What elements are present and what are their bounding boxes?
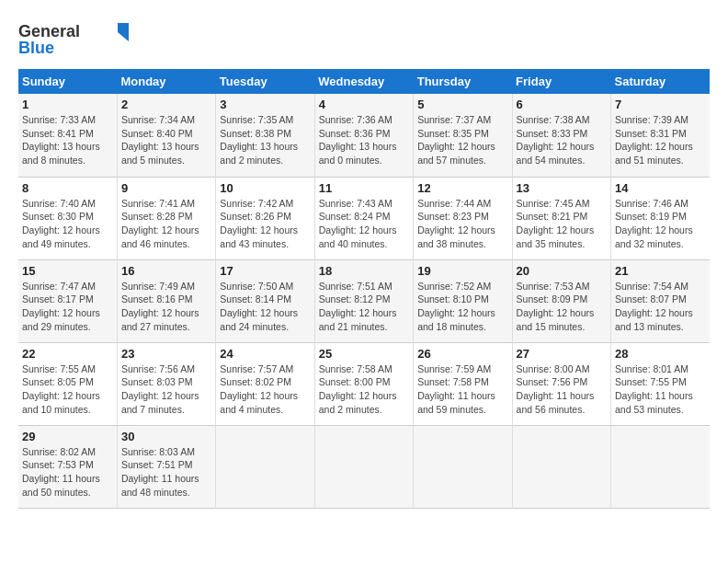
calendar-cell	[611, 425, 710, 508]
calendar-cell: 29Sunrise: 8:02 AMSunset: 7:53 PMDayligh…	[18, 425, 117, 508]
calendar-header: SundayMondayTuesdayWednesdayThursdayFrid…	[18, 69, 710, 94]
calendar-cell: 13Sunrise: 7:45 AMSunset: 8:21 PMDayligh…	[512, 177, 610, 259]
calendar-week-3: 15Sunrise: 7:47 AMSunset: 8:17 PMDayligh…	[18, 259, 710, 342]
day-info: Sunrise: 7:54 AMSunset: 8:07 PMDaylight:…	[615, 280, 706, 334]
calendar-cell	[314, 425, 413, 508]
calendar-cell: 7Sunrise: 7:39 AMSunset: 8:31 PMDaylight…	[611, 94, 710, 177]
day-info: Sunrise: 7:53 AMSunset: 8:09 PMDaylight:…	[517, 280, 607, 334]
header-day-wednesday: Wednesday	[314, 69, 413, 94]
logo-svg: General Blue	[18, 18, 129, 60]
calendar-cell: 17Sunrise: 7:50 AMSunset: 8:14 PMDayligh…	[216, 259, 314, 342]
day-number: 16	[121, 264, 211, 278]
calendar-body: 1Sunrise: 7:33 AMSunset: 8:41 PMDaylight…	[18, 94, 710, 508]
day-info: Sunrise: 8:03 AMSunset: 7:51 PMDaylight:…	[121, 445, 211, 500]
day-info: Sunrise: 7:42 AMSunset: 8:26 PMDaylight:…	[220, 197, 310, 251]
calendar-cell: 27Sunrise: 8:00 AMSunset: 7:56 PMDayligh…	[512, 342, 610, 425]
day-info: Sunrise: 7:38 AMSunset: 8:33 PMDaylight:…	[517, 113, 607, 167]
calendar-cell: 21Sunrise: 7:54 AMSunset: 8:07 PMDayligh…	[611, 259, 710, 342]
day-number: 25	[319, 347, 409, 361]
calendar-cell: 15Sunrise: 7:47 AMSunset: 8:17 PMDayligh…	[18, 259, 117, 342]
calendar-cell: 22Sunrise: 7:55 AMSunset: 8:05 PMDayligh…	[18, 342, 117, 425]
calendar-cell: 25Sunrise: 7:58 AMSunset: 8:00 PMDayligh…	[314, 342, 413, 425]
day-number: 29	[22, 430, 113, 443]
calendar-week-2: 8Sunrise: 7:40 AMSunset: 8:30 PMDaylight…	[18, 177, 710, 259]
day-number: 20	[517, 264, 607, 278]
day-info: Sunrise: 7:47 AMSunset: 8:17 PMDaylight:…	[22, 280, 113, 334]
day-info: Sunrise: 8:00 AMSunset: 7:56 PMDaylight:…	[517, 362, 607, 417]
day-info: Sunrise: 7:33 AMSunset: 8:41 PMDaylight:…	[22, 113, 113, 167]
day-info: Sunrise: 7:45 AMSunset: 8:21 PMDaylight:…	[517, 197, 607, 251]
calendar-week-1: 1Sunrise: 7:33 AMSunset: 8:41 PMDaylight…	[18, 94, 710, 177]
day-number: 8	[22, 181, 113, 195]
day-info: Sunrise: 7:50 AMSunset: 8:14 PMDaylight:…	[220, 280, 310, 334]
calendar-cell: 14Sunrise: 7:46 AMSunset: 8:19 PMDayligh…	[611, 177, 710, 259]
day-info: Sunrise: 8:02 AMSunset: 7:53 PMDaylight:…	[22, 445, 113, 500]
calendar-cell: 28Sunrise: 8:01 AMSunset: 7:55 PMDayligh…	[611, 342, 710, 425]
calendar-cell: 8Sunrise: 7:40 AMSunset: 8:30 PMDaylight…	[18, 177, 117, 259]
calendar-cell: 9Sunrise: 7:41 AMSunset: 8:28 PMDaylight…	[117, 177, 215, 259]
day-info: Sunrise: 7:44 AMSunset: 8:23 PMDaylight:…	[417, 197, 507, 251]
day-info: Sunrise: 7:52 AMSunset: 8:10 PMDaylight:…	[417, 280, 507, 334]
calendar-cell	[216, 425, 314, 508]
logo: General Blue	[18, 18, 129, 60]
calendar-cell: 1Sunrise: 7:33 AMSunset: 8:41 PMDaylight…	[18, 94, 117, 177]
day-info: Sunrise: 7:57 AMSunset: 8:02 PMDaylight:…	[220, 362, 310, 417]
day-number: 22	[22, 347, 113, 361]
day-info: Sunrise: 7:51 AMSunset: 8:12 PMDaylight:…	[319, 280, 409, 334]
calendar-cell: 10Sunrise: 7:42 AMSunset: 8:26 PMDayligh…	[216, 177, 314, 259]
day-number: 10	[220, 181, 310, 195]
calendar-week-5: 29Sunrise: 8:02 AMSunset: 7:53 PMDayligh…	[18, 425, 710, 508]
calendar-cell: 12Sunrise: 7:44 AMSunset: 8:23 PMDayligh…	[414, 177, 512, 259]
calendar-cell: 19Sunrise: 7:52 AMSunset: 8:10 PMDayligh…	[414, 259, 512, 342]
day-info: Sunrise: 7:43 AMSunset: 8:24 PMDaylight:…	[319, 197, 409, 251]
day-number: 21	[615, 264, 706, 278]
calendar-cell	[512, 425, 610, 508]
day-number: 30	[121, 430, 211, 443]
day-number: 3	[220, 98, 310, 111]
day-number: 1	[22, 98, 113, 111]
day-info: Sunrise: 7:34 AMSunset: 8:40 PMDaylight:…	[121, 113, 211, 167]
calendar-cell: 6Sunrise: 7:38 AMSunset: 8:33 PMDaylight…	[512, 94, 610, 177]
day-number: 18	[319, 264, 409, 278]
svg-text:Blue: Blue	[18, 39, 54, 57]
calendar-cell: 5Sunrise: 7:37 AMSunset: 8:35 PMDaylight…	[414, 94, 512, 177]
day-number: 14	[615, 181, 706, 195]
day-info: Sunrise: 7:40 AMSunset: 8:30 PMDaylight:…	[22, 197, 113, 251]
day-info: Sunrise: 7:46 AMSunset: 8:19 PMDaylight:…	[615, 197, 706, 251]
day-number: 13	[517, 181, 607, 195]
calendar-cell: 16Sunrise: 7:49 AMSunset: 8:16 PMDayligh…	[117, 259, 215, 342]
day-info: Sunrise: 8:01 AMSunset: 7:55 PMDaylight:…	[615, 362, 706, 417]
calendar-cell: 23Sunrise: 7:56 AMSunset: 8:03 PMDayligh…	[117, 342, 215, 425]
day-info: Sunrise: 7:49 AMSunset: 8:16 PMDaylight:…	[121, 280, 211, 334]
calendar-cell: 3Sunrise: 7:35 AMSunset: 8:38 PMDaylight…	[216, 94, 314, 177]
calendar-cell: 20Sunrise: 7:53 AMSunset: 8:09 PMDayligh…	[512, 259, 610, 342]
day-number: 26	[417, 347, 507, 361]
svg-text:General: General	[18, 22, 80, 40]
day-info: Sunrise: 7:41 AMSunset: 8:28 PMDaylight:…	[121, 197, 211, 251]
day-info: Sunrise: 7:56 AMSunset: 8:03 PMDaylight:…	[121, 362, 211, 417]
header-day-sunday: Sunday	[18, 69, 117, 94]
calendar-table: SundayMondayTuesdayWednesdayThursdayFrid…	[18, 69, 710, 509]
calendar-cell: 11Sunrise: 7:43 AMSunset: 8:24 PMDayligh…	[314, 177, 413, 259]
day-number: 11	[319, 181, 409, 195]
header-row: SundayMondayTuesdayWednesdayThursdayFrid…	[18, 69, 710, 94]
header-day-monday: Monday	[117, 69, 215, 94]
day-number: 23	[121, 347, 211, 361]
day-number: 9	[121, 181, 211, 195]
day-info: Sunrise: 7:59 AMSunset: 7:58 PMDaylight:…	[417, 362, 507, 417]
day-number: 19	[417, 264, 507, 278]
header-day-thursday: Thursday	[414, 69, 512, 94]
calendar-cell: 26Sunrise: 7:59 AMSunset: 7:58 PMDayligh…	[414, 342, 512, 425]
calendar-cell: 18Sunrise: 7:51 AMSunset: 8:12 PMDayligh…	[314, 259, 413, 342]
calendar-cell	[414, 425, 512, 508]
day-number: 2	[121, 98, 211, 111]
day-number: 6	[517, 98, 607, 111]
header-day-tuesday: Tuesday	[216, 69, 314, 94]
day-info: Sunrise: 7:55 AMSunset: 8:05 PMDaylight:…	[22, 362, 113, 417]
day-number: 27	[517, 347, 607, 361]
calendar-cell: 4Sunrise: 7:36 AMSunset: 8:36 PMDaylight…	[314, 94, 413, 177]
calendar-week-4: 22Sunrise: 7:55 AMSunset: 8:05 PMDayligh…	[18, 342, 710, 425]
header-day-friday: Friday	[512, 69, 610, 94]
calendar-cell: 2Sunrise: 7:34 AMSunset: 8:40 PMDaylight…	[117, 94, 215, 177]
day-info: Sunrise: 7:36 AMSunset: 8:36 PMDaylight:…	[319, 113, 409, 167]
